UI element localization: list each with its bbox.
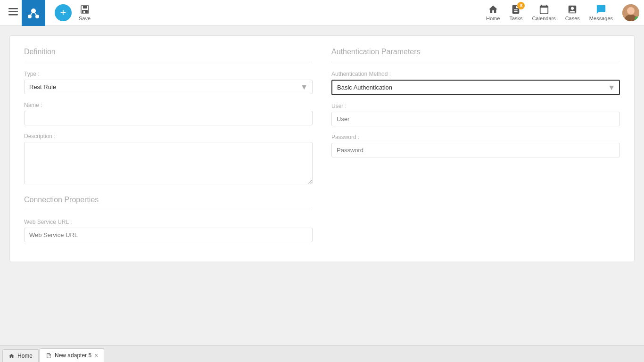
type-group: Type : Rest Rule ▼ — [24, 71, 313, 94]
tab-home[interactable]: Home — [2, 349, 39, 362]
save-label: Save — [79, 16, 91, 21]
tab-new-adapter[interactable]: New adapter 5 × — [40, 348, 104, 362]
nav-calendars[interactable]: Calendars — [532, 4, 556, 21]
password-group: Password : — [331, 134, 620, 157]
name-label: Name : — [24, 102, 313, 108]
description-textarea[interactable] — [24, 142, 313, 184]
connection-section: Connection Properties Web Service URL : — [24, 196, 313, 242]
svg-rect-9 — [83, 6, 87, 8]
add-button[interactable]: + — [55, 4, 72, 21]
type-select[interactable]: Rest Rule — [24, 80, 313, 94]
name-input[interactable] — [24, 111, 313, 125]
type-select-wrap: Rest Rule ▼ — [24, 80, 313, 94]
bottom-tabs: Home New adapter 5 × — [0, 345, 644, 362]
svg-rect-2 — [8, 14, 18, 16]
auth-section: Authentication Parameters Authentication… — [331, 48, 620, 250]
auth-method-label: Authentication Method : — [331, 71, 620, 77]
tasks-badge: 8 — [517, 2, 525, 9]
user-input[interactable] — [331, 112, 620, 126]
hamburger-icon[interactable] — [5, 4, 22, 22]
svg-rect-11 — [83, 11, 85, 13]
connection-title: Connection Properties — [24, 196, 313, 204]
auth-method-select[interactable]: Basic Authentication OAuth API Key No Au… — [331, 80, 620, 95]
password-input[interactable] — [331, 143, 620, 157]
url-input[interactable] — [24, 228, 313, 242]
type-label: Type : — [24, 71, 313, 77]
tab-new-adapter-label: New adapter 5 — [55, 352, 91, 359]
auth-title: Authentication Parameters — [331, 48, 620, 56]
save-button[interactable]: Save — [79, 4, 91, 21]
main-content: Definition Type : Rest Rule ▼ Name : Des… — [0, 26, 644, 345]
user-group: User : — [331, 103, 620, 126]
nav-tasks[interactable]: 8 Tasks — [509, 4, 522, 21]
form-card: Definition Type : Rest Rule ▼ Name : Des… — [9, 35, 635, 262]
auth-method-group: Authentication Method : Basic Authentica… — [331, 71, 620, 95]
logo — [22, 0, 45, 26]
nav-messages[interactable]: Messages — [589, 4, 613, 21]
nav-cases[interactable]: Cases — [565, 4, 580, 21]
nav-home[interactable]: Home — [486, 4, 500, 21]
definition-section: Definition Type : Rest Rule ▼ Name : Des… — [24, 48, 313, 250]
name-group: Name : — [24, 102, 313, 125]
tab-home-label: Home — [17, 353, 33, 359]
top-nav: + Save Home 8 Tasks Calendars — [0, 0, 644, 26]
auth-method-select-wrap: Basic Authentication OAuth API Key No Au… — [331, 80, 620, 95]
svg-rect-1 — [8, 11, 18, 12]
nav-right: Home 8 Tasks Calendars Cases Messages — [486, 4, 639, 21]
description-group: Description : — [24, 133, 313, 186]
online-indicator — [635, 16, 639, 21]
password-label: Password : — [331, 134, 620, 140]
avatar[interactable] — [622, 4, 639, 21]
url-group: Web Service URL : — [24, 219, 313, 242]
definition-title: Definition — [24, 48, 313, 56]
tab-close-icon[interactable]: × — [94, 352, 98, 359]
svg-rect-0 — [8, 8, 18, 9]
url-label: Web Service URL : — [24, 219, 313, 225]
user-label: User : — [331, 103, 620, 109]
description-label: Description : — [24, 133, 313, 140]
svg-point-13 — [627, 7, 635, 15]
